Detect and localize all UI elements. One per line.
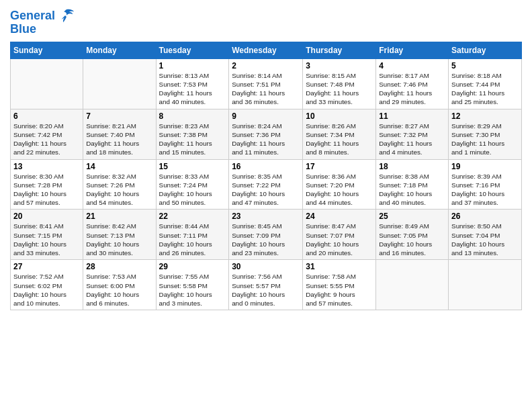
day-detail: Sunrise: 7:56 AM Sunset: 5:57 PM Dayligh…	[232, 273, 285, 307]
day-number: 17	[306, 162, 373, 171]
day-cell: 19Sunrise: 8:39 AM Sunset: 7:16 PM Dayli…	[449, 159, 522, 210]
day-detail: Sunrise: 7:52 AM Sunset: 6:02 PM Dayligh…	[13, 273, 66, 307]
day-detail: Sunrise: 8:27 AM Sunset: 7:32 PM Dayligh…	[379, 122, 432, 156]
day-detail: Sunrise: 8:24 AM Sunset: 7:36 PM Dayligh…	[232, 122, 285, 156]
day-detail: Sunrise: 8:38 AM Sunset: 7:18 PM Dayligh…	[379, 173, 432, 207]
day-number: 19	[451, 162, 519, 171]
weekday-tuesday: Tuesday	[156, 42, 229, 58]
calendar-table: SundayMondayTuesdayWednesdayThursdayFrid…	[10, 42, 522, 310]
day-detail: Sunrise: 8:32 AM Sunset: 7:26 PM Dayligh…	[86, 173, 139, 207]
day-cell: 21Sunrise: 8:42 AM Sunset: 7:13 PM Dayli…	[83, 210, 156, 260]
day-detail: Sunrise: 8:36 AM Sunset: 7:20 PM Dayligh…	[306, 173, 359, 207]
day-number: 3	[306, 61, 373, 71]
day-detail: Sunrise: 8:49 AM Sunset: 7:05 PM Dayligh…	[379, 222, 432, 257]
day-detail: Sunrise: 8:14 AM Sunset: 7:51 PM Dayligh…	[232, 72, 285, 106]
day-cell: 29Sunrise: 7:55 AM Sunset: 5:58 PM Dayli…	[156, 260, 229, 310]
logo-text: General	[10, 9, 55, 23]
day-detail: Sunrise: 8:18 AM Sunset: 7:44 PM Dayligh…	[451, 72, 504, 106]
day-number: 26	[451, 212, 519, 221]
day-detail: Sunrise: 8:13 AM Sunset: 7:53 PM Dayligh…	[159, 72, 212, 106]
day-number: 12	[451, 111, 519, 121]
day-number: 11	[379, 111, 445, 121]
day-detail: Sunrise: 7:55 AM Sunset: 5:58 PM Dayligh…	[159, 273, 212, 307]
day-cell: 12Sunrise: 8:29 AM Sunset: 7:30 PM Dayli…	[449, 109, 522, 159]
day-cell: 24Sunrise: 8:47 AM Sunset: 7:07 PM Dayli…	[303, 210, 376, 260]
day-number: 1	[159, 61, 226, 71]
day-number: 25	[379, 212, 445, 221]
week-row-1: 1Sunrise: 8:13 AM Sunset: 7:53 PM Daylig…	[11, 58, 522, 109]
day-cell	[11, 58, 83, 109]
header: General Blue	[10, 7, 522, 36]
day-detail: Sunrise: 8:23 AM Sunset: 7:38 PM Dayligh…	[159, 122, 212, 156]
weekday-friday: Friday	[376, 42, 449, 58]
day-number: 27	[13, 262, 80, 271]
day-cell: 8Sunrise: 8:23 AM Sunset: 7:38 PM Daylig…	[156, 109, 229, 159]
day-detail: Sunrise: 8:20 AM Sunset: 7:42 PM Dayligh…	[13, 122, 66, 156]
day-cell	[449, 260, 522, 310]
weekday-header-row: SundayMondayTuesdayWednesdayThursdayFrid…	[11, 42, 522, 58]
day-cell: 28Sunrise: 7:53 AM Sunset: 6:00 PM Dayli…	[83, 260, 156, 310]
day-detail: Sunrise: 8:26 AM Sunset: 7:34 PM Dayligh…	[306, 122, 359, 156]
day-cell: 23Sunrise: 8:45 AM Sunset: 7:09 PM Dayli…	[229, 210, 303, 260]
day-detail: Sunrise: 8:29 AM Sunset: 7:30 PM Dayligh…	[451, 122, 504, 156]
day-number: 21	[86, 212, 152, 221]
day-detail: Sunrise: 8:15 AM Sunset: 7:48 PM Dayligh…	[306, 72, 359, 106]
day-cell	[376, 260, 449, 310]
weekday-monday: Monday	[83, 42, 156, 58]
day-cell	[83, 58, 156, 109]
day-detail: Sunrise: 8:41 AM Sunset: 7:15 PM Dayligh…	[13, 222, 66, 257]
day-detail: Sunrise: 8:47 AM Sunset: 7:07 PM Dayligh…	[306, 222, 359, 257]
day-number: 14	[86, 162, 152, 171]
day-detail: Sunrise: 8:50 AM Sunset: 7:04 PM Dayligh…	[451, 222, 504, 257]
day-cell: 26Sunrise: 8:50 AM Sunset: 7:04 PM Dayli…	[449, 210, 522, 260]
day-cell: 7Sunrise: 8:21 AM Sunset: 7:40 PM Daylig…	[83, 109, 156, 159]
day-number: 7	[86, 111, 152, 121]
day-number: 30	[232, 262, 300, 271]
day-number: 29	[159, 262, 226, 271]
day-detail: Sunrise: 8:45 AM Sunset: 7:09 PM Dayligh…	[232, 222, 285, 257]
day-cell: 9Sunrise: 8:24 AM Sunset: 7:36 PM Daylig…	[229, 109, 303, 159]
day-number: 24	[306, 212, 373, 221]
day-detail: Sunrise: 8:21 AM Sunset: 7:40 PM Dayligh…	[86, 122, 139, 156]
day-number: 10	[306, 111, 373, 121]
day-cell: 17Sunrise: 8:36 AM Sunset: 7:20 PM Dayli…	[303, 159, 376, 210]
day-number: 28	[86, 262, 152, 271]
day-number: 22	[159, 212, 226, 221]
week-row-3: 13Sunrise: 8:30 AM Sunset: 7:28 PM Dayli…	[11, 159, 522, 210]
day-cell: 2Sunrise: 8:14 AM Sunset: 7:51 PM Daylig…	[229, 58, 303, 109]
day-cell: 15Sunrise: 8:33 AM Sunset: 7:24 PM Dayli…	[156, 159, 229, 210]
day-cell: 16Sunrise: 8:35 AM Sunset: 7:22 PM Dayli…	[229, 159, 303, 210]
day-cell: 3Sunrise: 8:15 AM Sunset: 7:48 PM Daylig…	[303, 58, 376, 109]
day-detail: Sunrise: 7:58 AM Sunset: 5:55 PM Dayligh…	[306, 273, 356, 307]
day-detail: Sunrise: 8:33 AM Sunset: 7:24 PM Dayligh…	[159, 173, 212, 207]
day-number: 15	[159, 162, 226, 171]
week-row-5: 27Sunrise: 7:52 AM Sunset: 6:02 PM Dayli…	[11, 260, 522, 310]
day-cell: 11Sunrise: 8:27 AM Sunset: 7:32 PM Dayli…	[376, 109, 449, 159]
logo-bird-icon	[56, 7, 75, 26]
page: General Blue SundayMondayTuesdayWednesda…	[0, 0, 532, 411]
day-cell: 4Sunrise: 8:17 AM Sunset: 7:46 PM Daylig…	[376, 58, 449, 109]
day-number: 31	[306, 262, 373, 271]
day-cell: 6Sunrise: 8:20 AM Sunset: 7:42 PM Daylig…	[11, 109, 83, 159]
day-cell: 14Sunrise: 8:32 AM Sunset: 7:26 PM Dayli…	[83, 159, 156, 210]
day-number: 16	[232, 162, 300, 171]
logo: General Blue	[10, 7, 75, 36]
day-number: 8	[159, 111, 226, 121]
day-cell: 20Sunrise: 8:41 AM Sunset: 7:15 PM Dayli…	[11, 210, 83, 260]
day-number: 9	[232, 111, 300, 121]
weekday-wednesday: Wednesday	[229, 42, 303, 58]
day-cell: 13Sunrise: 8:30 AM Sunset: 7:28 PM Dayli…	[11, 159, 83, 210]
weekday-saturday: Saturday	[449, 42, 522, 58]
day-cell: 30Sunrise: 7:56 AM Sunset: 5:57 PM Dayli…	[229, 260, 303, 310]
day-number: 2	[232, 61, 300, 71]
day-cell: 10Sunrise: 8:26 AM Sunset: 7:34 PM Dayli…	[303, 109, 376, 159]
week-row-2: 6Sunrise: 8:20 AM Sunset: 7:42 PM Daylig…	[11, 109, 522, 159]
day-detail: Sunrise: 8:35 AM Sunset: 7:22 PM Dayligh…	[232, 173, 285, 207]
day-cell: 25Sunrise: 8:49 AM Sunset: 7:05 PM Dayli…	[376, 210, 449, 260]
day-cell: 22Sunrise: 8:44 AM Sunset: 7:11 PM Dayli…	[156, 210, 229, 260]
day-cell: 5Sunrise: 8:18 AM Sunset: 7:44 PM Daylig…	[449, 58, 522, 109]
day-detail: Sunrise: 8:17 AM Sunset: 7:46 PM Dayligh…	[379, 72, 432, 106]
day-number: 20	[13, 212, 80, 221]
weekday-thursday: Thursday	[303, 42, 376, 58]
day-cell: 31Sunrise: 7:58 AM Sunset: 5:55 PM Dayli…	[303, 260, 376, 310]
